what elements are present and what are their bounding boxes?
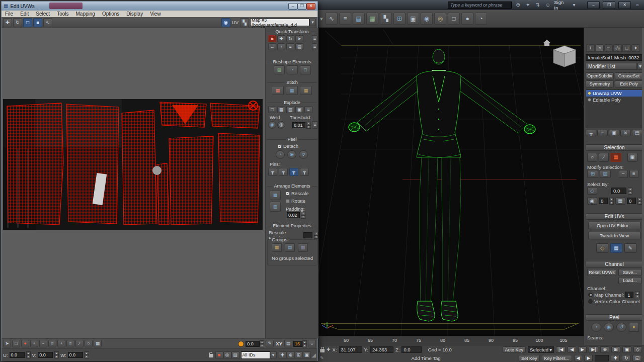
sign-in-caret-icon[interactable] xyxy=(571,1,578,9)
seams-from-edges-icon[interactable] xyxy=(629,323,639,332)
shrink-selection-icon[interactable] xyxy=(600,170,611,178)
quick-transform-header[interactable]: Quick Transform xyxy=(266,29,318,34)
quick-peel-icon[interactable] xyxy=(287,150,296,159)
viewport-canvas[interactable] xyxy=(318,28,584,336)
search-go-icon[interactable] xyxy=(514,1,522,9)
u-coordinate-field[interactable]: 0.0 xyxy=(10,352,25,358)
rotate-90-icon[interactable] xyxy=(286,35,294,42)
menu-options[interactable]: Options xyxy=(99,11,123,17)
zoom-extents-icon[interactable] xyxy=(622,346,632,353)
select-ring-icon[interactable] xyxy=(66,340,74,347)
relax-tool-icon[interactable] xyxy=(274,65,285,74)
render-iterative-icon[interactable] xyxy=(475,13,487,25)
track-bar[interactable]: 60 65 70 75 80 85 90 95 100 105 xyxy=(318,336,584,345)
opensubdiv-button[interactable]: OpenSubdiv xyxy=(586,72,614,79)
rotate-tool-icon[interactable] xyxy=(13,18,22,27)
show-end-result-icon[interactable] xyxy=(597,130,608,136)
pan-tool-icon[interactable] xyxy=(279,351,287,359)
xy-axis-label[interactable]: XY xyxy=(274,341,284,346)
distribute-selector-icon[interactable] xyxy=(312,43,317,50)
id-filter-dropdown[interactable]: All IDs xyxy=(241,351,270,359)
map-channel-field[interactable]: 1 xyxy=(625,292,633,298)
mirror-tool-icon[interactable] xyxy=(43,18,52,27)
app-restore-button[interactable] xyxy=(603,2,615,9)
snap-magnet-icon[interactable] xyxy=(308,340,316,347)
modifier-list-dropdown[interactable]: Modifier List xyxy=(586,63,637,70)
menu-file[interactable]: File xyxy=(2,11,17,17)
menu-tools[interactable]: Tools xyxy=(53,11,72,17)
element-properties-header[interactable]: Element Properties xyxy=(266,223,318,228)
viewcube-home-icon[interactable] xyxy=(543,40,550,46)
unpin-selected-icon[interactable] xyxy=(300,168,309,176)
key-filters-button[interactable]: Key Filters... xyxy=(542,355,572,361)
uv-texture-layout[interactable] xyxy=(3,99,263,230)
sign-in-link[interactable]: Sign In xyxy=(554,0,568,11)
pelt-map-icon[interactable] xyxy=(616,323,626,332)
expand-loop-icon[interactable] xyxy=(57,340,65,347)
smoothing-group-spinner[interactable] xyxy=(637,198,642,205)
matid-spinner[interactable] xyxy=(609,198,614,205)
set-key-button[interactable]: Set Key xyxy=(519,355,540,361)
scale-tool-icon[interactable] xyxy=(23,18,32,27)
weld-selected-icon[interactable] xyxy=(268,121,276,129)
tweak-brush-icon[interactable] xyxy=(624,243,636,253)
maxscript-listener-icon[interactable] xyxy=(320,356,324,360)
grid-toggle-icon[interactable] xyxy=(284,340,292,347)
uv-editor-canvas[interactable] xyxy=(2,28,265,338)
vertex-subobject-icon[interactable] xyxy=(587,153,597,162)
perspective-viewport[interactable] xyxy=(318,28,584,336)
peel-mode-icon[interactable] xyxy=(591,323,601,332)
key-mode-dropdown[interactable]: Selected xyxy=(528,346,554,353)
favorites-icon[interactable] xyxy=(524,1,532,9)
align-selector-icon[interactable] xyxy=(312,35,317,42)
select-smoothing-group-icon[interactable] xyxy=(615,197,625,205)
map-channel-spinner[interactable] xyxy=(635,291,639,298)
typein-spinner[interactable] xyxy=(260,340,264,347)
select-matid-icon[interactable] xyxy=(587,197,597,205)
weld-options-icon[interactable] xyxy=(312,121,318,129)
flatten-by-smoothing-group-icon[interactable] xyxy=(277,106,285,113)
grid-size-field[interactable]: 16 xyxy=(293,341,302,347)
symmetry-button[interactable]: Symmetry xyxy=(586,80,614,87)
select-group-icon[interactable] xyxy=(298,243,308,252)
weld-threshold-field[interactable]: 0.01 xyxy=(292,122,305,128)
next-key-button[interactable] xyxy=(584,355,593,361)
create-group-icon[interactable] xyxy=(272,243,282,252)
reshape-elements-header[interactable]: Reshape Elements xyxy=(266,59,318,64)
viewcube[interactable] xyxy=(553,46,576,67)
selection-color-swatch[interactable] xyxy=(238,341,244,347)
selection-mode-icon[interactable] xyxy=(3,340,11,347)
orbit-view-icon[interactable] xyxy=(622,355,631,361)
modifier-stack-row-unwrap-uvw[interactable]: Unwrap UVW xyxy=(586,90,642,97)
zoom-tool-icon[interactable] xyxy=(600,346,609,353)
stitch-to-source-icon[interactable] xyxy=(300,86,312,95)
tab-utilities[interactable] xyxy=(631,44,640,52)
play-button[interactable] xyxy=(578,346,587,353)
paint-select-icon[interactable] xyxy=(21,340,29,347)
uvw-minimize-button[interactable] xyxy=(288,3,297,10)
scene-explorer-icon[interactable] xyxy=(380,13,392,25)
select-by-planar-angle-icon[interactable] xyxy=(587,187,597,195)
selection-lock-icon[interactable] xyxy=(320,349,325,352)
load-uvws-button[interactable]: Load... xyxy=(618,277,641,284)
rollout-peel-header[interactable]: Peel xyxy=(586,314,643,321)
tab-hierarchy[interactable] xyxy=(604,44,613,52)
smoothing-group-field[interactable]: 0 xyxy=(627,198,636,204)
edit-typein-icon[interactable] xyxy=(266,340,274,347)
ignore-backfacing-icon[interactable] xyxy=(85,340,93,347)
unpin-tool-icon[interactable] xyxy=(279,168,288,176)
uvw-restore-button[interactable] xyxy=(297,3,306,10)
arrange-elements-header[interactable]: Arrange Elements xyxy=(266,184,318,189)
rollout-selection-header[interactable]: Selection xyxy=(586,144,643,151)
zoom-all-icon[interactable] xyxy=(611,346,620,353)
tab-modify[interactable] xyxy=(595,44,604,52)
v-coordinate-field[interactable]: 0.0 xyxy=(38,352,53,358)
matid-field[interactable]: 0 xyxy=(599,198,608,204)
reset-peel-icon[interactable] xyxy=(604,323,614,332)
planar-angle-field[interactable]: 0.0 xyxy=(611,188,626,194)
checker-pattern-icon[interactable] xyxy=(240,18,249,27)
pin-selected-icon-active[interactable] xyxy=(289,168,298,176)
shrink-selection-icon[interactable] xyxy=(39,340,47,347)
edge-mode-icon[interactable] xyxy=(75,340,84,347)
quick-planar-map-icon[interactable] xyxy=(596,243,608,253)
